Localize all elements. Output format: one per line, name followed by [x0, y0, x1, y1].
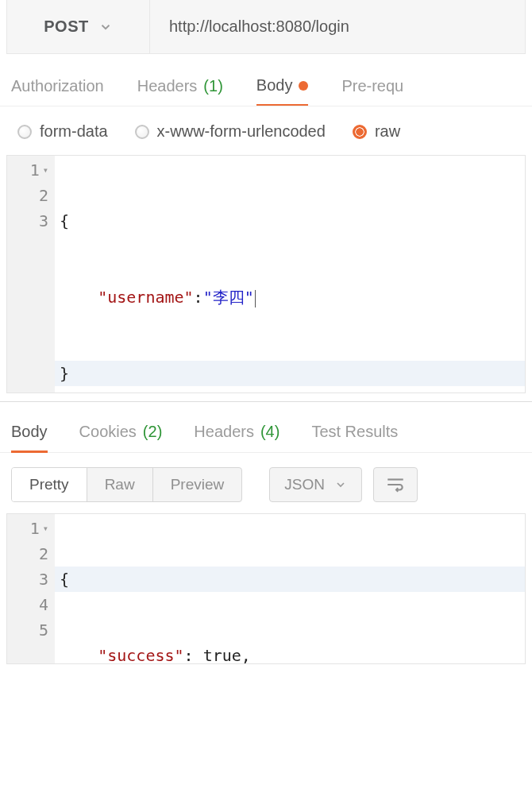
body-type-selector: form-data x-www-form-urlencoded raw: [0, 106, 532, 155]
line-number: 5: [39, 617, 48, 643]
tab-authorization[interactable]: Authorization: [11, 76, 104, 106]
view-pretty-button[interactable]: Pretty: [12, 468, 87, 501]
wrap-lines-button[interactable]: [373, 467, 418, 502]
tab-label: Test Results: [311, 423, 398, 443]
button-label: Raw: [105, 476, 135, 493]
code-token: ,: [241, 646, 251, 664]
tab-label: Body: [256, 76, 293, 95]
button-label: Pretty: [29, 476, 69, 493]
tab-label: Body: [11, 423, 48, 441]
tab-count: (2): [143, 423, 162, 443]
radio-label: form-data: [40, 122, 108, 141]
tab-label: Headers: [194, 423, 254, 443]
http-method-select[interactable]: POST: [7, 0, 150, 53]
radio-form-data[interactable]: form-data: [17, 122, 108, 141]
response-format-select[interactable]: JSON: [269, 467, 362, 502]
tab-label: Cookies: [79, 423, 137, 443]
http-method-label: POST: [44, 17, 88, 36]
line-number: 2: [39, 183, 48, 208]
tab-response-body[interactable]: Body: [11, 423, 48, 453]
code-token: {: [60, 570, 69, 589]
tab-count: (1): [203, 77, 222, 95]
line-number: 3: [39, 208, 48, 234]
code-token: :: [194, 288, 203, 307]
response-body-editor[interactable]: 1▾ 2 3 4 5 { "success": true, "message":…: [6, 513, 526, 664]
code-token: {: [60, 211, 69, 230]
radio-icon: [17, 125, 32, 139]
radio-label: raw: [375, 122, 400, 141]
tab-response-headers[interactable]: Headers (4): [194, 423, 279, 452]
line-number: 1: [30, 516, 40, 541]
code-token: "success": [98, 646, 183, 664]
response-section: Body Cookies (2) Headers (4) Test Result…: [0, 401, 532, 664]
line-gutter: 1▾ 2 3 4 5: [7, 514, 55, 663]
tab-label: Pre-requ: [341, 77, 403, 95]
radio-icon: [353, 125, 367, 139]
line-gutter: 1▾ 2 3: [7, 156, 55, 392]
code-token: true: [203, 646, 241, 664]
tab-count: (4): [260, 423, 279, 443]
code-token: "username": [98, 288, 193, 307]
dot-icon: [299, 81, 308, 91]
tab-test-results[interactable]: Test Results: [311, 423, 398, 452]
text-cursor: [255, 290, 256, 307]
code-token: "李四": [203, 288, 254, 307]
view-mode-segmented: Pretty Raw Preview: [11, 467, 242, 502]
radio-raw[interactable]: raw: [353, 122, 400, 141]
radio-label: x-www-form-urlencoded: [157, 122, 326, 141]
tab-response-cookies[interactable]: Cookies (2): [79, 423, 163, 452]
radio-icon: [135, 125, 149, 139]
fold-icon: ▾: [43, 157, 48, 183]
view-raw-button[interactable]: Raw: [87, 468, 153, 501]
chevron-down-icon: [334, 478, 347, 491]
line-number: 4: [39, 592, 48, 617]
radio-urlencoded[interactable]: x-www-form-urlencoded: [135, 122, 326, 141]
code-area[interactable]: { "username":"李四" }: [55, 156, 525, 392]
wrap-icon: [385, 474, 406, 495]
request-body-editor[interactable]: 1▾ 2 3 { "username":"李四" }: [6, 155, 526, 393]
code-token: }: [60, 364, 69, 383]
tab-headers[interactable]: Headers (1): [137, 76, 223, 106]
chevron-down-icon: [98, 20, 113, 34]
code-token: :: [184, 646, 194, 664]
response-tab-bar: Body Cookies (2) Headers (4) Test Result…: [0, 405, 532, 453]
request-url-input[interactable]: [150, 0, 525, 53]
tab-pre-request[interactable]: Pre-requ: [341, 76, 403, 106]
tab-label: Headers: [137, 77, 198, 95]
format-label: JSON: [284, 476, 325, 493]
line-number: 3: [39, 567, 48, 592]
line-number: 1: [30, 157, 40, 183]
response-toolbar: Pretty Raw Preview JSON: [0, 453, 532, 513]
code-area[interactable]: { "success": true, "message": "李四登录成功", …: [55, 514, 525, 663]
tab-body[interactable]: Body: [256, 76, 309, 106]
fold-icon: ▾: [43, 516, 48, 541]
line-number: 2: [39, 541, 48, 567]
request-tab-bar: Authorization Headers (1) Body Pre-requ: [0, 54, 532, 106]
view-preview-button[interactable]: Preview: [153, 468, 242, 501]
button-label: Preview: [171, 476, 225, 493]
tab-label: Authorization: [11, 77, 104, 95]
request-bar: POST: [6, 0, 526, 54]
